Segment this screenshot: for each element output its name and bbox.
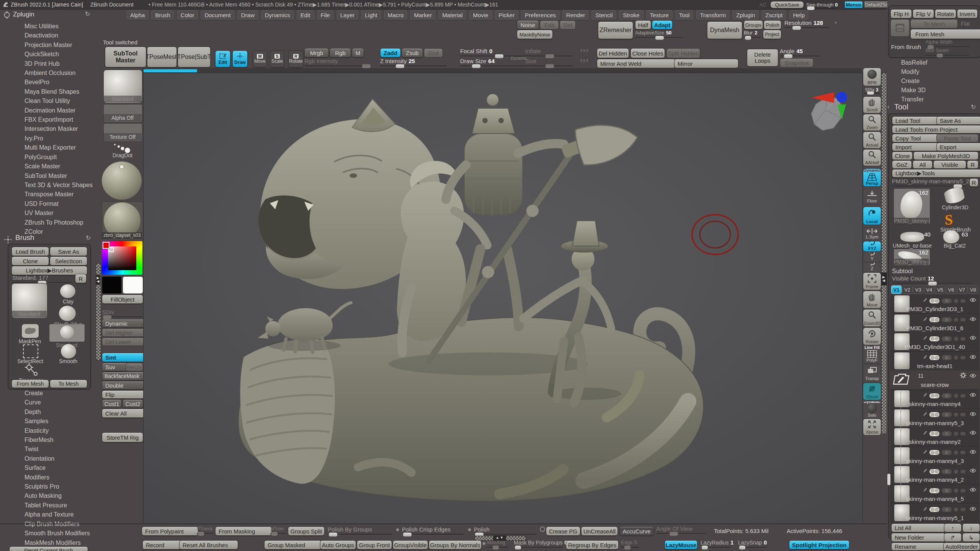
zplugin-item-misc-utilities[interactable]: Misc Utilities bbox=[24, 22, 93, 31]
polypaint-toggle-icon[interactable] bbox=[929, 336, 939, 341]
zplugin-item-projection-master[interactable]: Projection Master bbox=[24, 41, 93, 50]
canvas-right-scrollbar[interactable] bbox=[881, 73, 887, 434]
rgb-intensity-slider[interactable]: Rgb Intensity bbox=[304, 58, 371, 67]
menu-marker[interactable]: Marker bbox=[410, 10, 436, 20]
mask-toggle-icon[interactable] bbox=[942, 450, 952, 455]
brush-thumb-standard-selected[interactable] bbox=[49, 324, 85, 342]
polish-crisp-edges-slider[interactable]: Polish Crisp Edges bbox=[402, 527, 464, 535]
angle-of-view-slider[interactable]: Angle Of View bbox=[656, 526, 706, 534]
tool-refresh-icon[interactable]: ↻ bbox=[971, 103, 976, 111]
strip-xpose-button[interactable]: Xpose bbox=[863, 419, 881, 435]
brush-menu-item-modifiers[interactable]: Modifiers bbox=[24, 473, 90, 482]
brush-menu-item-auto-masking[interactable]: Auto Masking bbox=[24, 491, 90, 500]
subtool-item-tm-axe-head1[interactable]: tm-axe-head1 bbox=[890, 352, 979, 371]
color-picker[interactable] bbox=[102, 241, 142, 275]
tool-thumb-simplebrush[interactable]: S bbox=[945, 211, 962, 227]
mirror-button[interactable]: Mirror bbox=[674, 59, 738, 68]
mrgb-button[interactable]: Mrgb bbox=[304, 48, 329, 57]
reset-current-brush-button[interactable]: Reset Current Brush bbox=[9, 546, 88, 551]
rename-button[interactable]: Rename bbox=[891, 543, 946, 551]
main-color-swatch[interactable] bbox=[102, 276, 122, 294]
suv-button[interactable]: Suv bbox=[102, 363, 128, 371]
mirror-and-weld-button[interactable]: Mirror And Weld bbox=[597, 59, 676, 68]
brush-selecticon-button[interactable]: SelectIcon bbox=[50, 256, 87, 266]
alpha-seamless-button[interactable] bbox=[890, 19, 910, 37]
subtool-tab-v4[interactable]: V4 bbox=[924, 285, 934, 294]
strip-zoom-button[interactable]: Zoom bbox=[863, 114, 881, 131]
menu-alpha[interactable]: Alpha bbox=[126, 10, 149, 20]
sdiv-slider[interactable]: SDiv bbox=[102, 309, 142, 318]
brush-thumb-maskpen[interactable] bbox=[21, 324, 39, 338]
uv-toggle-icon[interactable] bbox=[954, 355, 958, 360]
crease-toggle-icon[interactable] bbox=[960, 318, 965, 321]
strip-zoom3d-button[interactable]: Zoom3D bbox=[863, 309, 881, 327]
invers-button[interactable]: Invers bbox=[957, 9, 978, 18]
mask-by-noise-button[interactable]: MaskByNoise bbox=[517, 30, 553, 39]
canvas-right-scrollbar-arrows[interactable]: ▶◀ bbox=[880, 272, 887, 285]
tool-thumb-umesh[interactable] bbox=[900, 232, 924, 242]
brush-save-as-button[interactable]: Save As bbox=[50, 247, 87, 256]
brush-menu-item-alpha-and-texture[interactable]: Alpha and Texture bbox=[24, 510, 90, 519]
subtool-item-skinny-man-manny4_5[interactable]: skinny-man-manny4_5 bbox=[890, 484, 979, 504]
see-through-slider[interactable] bbox=[807, 8, 836, 9]
fill-object-button[interactable]: FillObject bbox=[102, 295, 143, 304]
load-brush-button[interactable]: Load Brush bbox=[11, 247, 49, 256]
subtool-item-skinny-man-manny4[interactable]: skinny-man-manny4 bbox=[890, 390, 979, 409]
menu-zplugin[interactable]: Zplugin bbox=[732, 10, 759, 20]
brush-thumb-selectrect[interactable] bbox=[23, 344, 38, 358]
delete-loops-button[interactable]: Delete Loops bbox=[747, 49, 778, 67]
zremesher-button[interactable]: ZRemesher bbox=[598, 21, 633, 39]
clear-all-button[interactable]: Clear All bbox=[102, 409, 146, 418]
brush-palette-drag-icon[interactable] bbox=[4, 235, 12, 244]
edit-mode-button[interactable]: Edit bbox=[215, 51, 230, 67]
half-button[interactable]: Half bbox=[635, 20, 651, 29]
subtool-section-title[interactable]: Subtool bbox=[892, 268, 913, 275]
all-button[interactable]: All bbox=[913, 160, 933, 169]
strip-z-button[interactable]: Z bbox=[863, 262, 881, 272]
zadd-button[interactable]: Zadd bbox=[380, 48, 401, 57]
uncrease-all-button[interactable]: UnCreaseAll bbox=[581, 527, 618, 536]
tool-menu-item-make-3d[interactable]: Make 3D bbox=[901, 86, 927, 95]
subtool-item-skinny-man-manny2[interactable]: skinny-man-manny2 bbox=[890, 427, 979, 447]
zplugin-item-ambient-occlusion[interactable]: Ambient Occlusion bbox=[24, 68, 93, 78]
eye-icon[interactable] bbox=[970, 487, 976, 494]
brush-menu-item-twist[interactable]: Twist bbox=[24, 445, 90, 454]
polypaint-toggle-icon[interactable] bbox=[929, 298, 939, 303]
menu-edit[interactable]: Edit bbox=[297, 10, 314, 20]
uv-toggle-icon[interactable] bbox=[954, 412, 958, 417]
z-intensity-slider[interactable]: Z Intensity25 bbox=[380, 58, 447, 67]
move-mode-button[interactable]: M Move bbox=[253, 51, 267, 67]
cust2-button[interactable]: Cust2 bbox=[122, 399, 143, 408]
mask-toggle-icon[interactable] bbox=[942, 431, 952, 436]
refresh-icon[interactable]: ↻ bbox=[85, 10, 90, 18]
flip-h-button[interactable]: Flip H bbox=[890, 9, 912, 18]
menu-stencil[interactable]: Stencil bbox=[591, 10, 616, 20]
brush-thumb-transpose[interactable] bbox=[23, 363, 40, 377]
dynamic-draw-size-label[interactable]: Dynamic bbox=[511, 56, 527, 60]
spotlight-projection-button[interactable]: Spotlight Projection bbox=[789, 540, 849, 549]
tpose-subt-button[interactable]: TPose|SubT bbox=[178, 47, 211, 67]
split-hidden-button[interactable]: Split Hidden bbox=[666, 48, 700, 58]
strip-persp-button[interactable]: DynamicPersp bbox=[863, 168, 881, 187]
mask-toggle-icon[interactable] bbox=[942, 298, 952, 303]
tpose-mesh-button[interactable]: TPoseMesh bbox=[147, 47, 177, 67]
subtool-tab-v5[interactable]: V5 bbox=[935, 285, 945, 294]
from-brush-button[interactable]: From Brush bbox=[890, 39, 923, 54]
brush-menu-item-elasticity[interactable]: Elasticity bbox=[24, 426, 90, 435]
menu-tool[interactable]: Tool bbox=[675, 10, 694, 20]
mtolerance-slider[interactable]: MToler bbox=[270, 526, 286, 534]
camera-nav-head-widget[interactable] bbox=[800, 83, 866, 133]
draw-toggle-icon[interactable] bbox=[923, 449, 927, 456]
crease-pg-button[interactable]: Crease PG bbox=[546, 527, 580, 536]
auto-groups-button[interactable]: Auto Groups bbox=[320, 540, 356, 549]
polypaint-toggle-icon[interactable] bbox=[929, 469, 939, 474]
polish-button[interactable]: Polish bbox=[764, 20, 781, 29]
subtool-up-button[interactable]: ↑ bbox=[944, 523, 962, 532]
tool-r2-button[interactable]: R bbox=[969, 178, 978, 187]
groups-button[interactable]: Groups bbox=[744, 20, 763, 29]
polish-by-groups-slider[interactable]: Polish By Groups bbox=[328, 527, 392, 535]
strip-frame-button[interactable]: Frame bbox=[863, 272, 881, 290]
eye-icon[interactable] bbox=[970, 430, 976, 437]
material-sphere[interactable] bbox=[102, 161, 142, 200]
menu-dynamics[interactable]: Dynamics bbox=[261, 10, 294, 20]
